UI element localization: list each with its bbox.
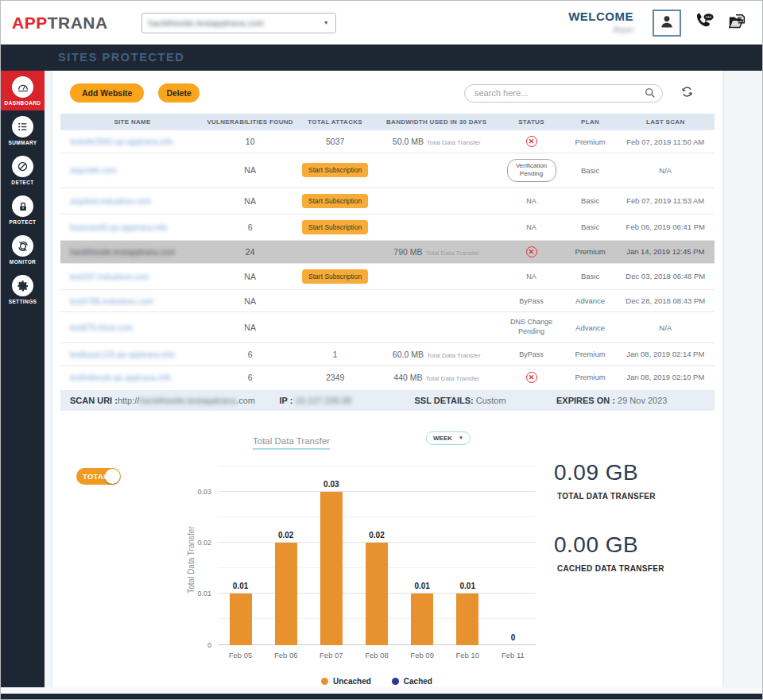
last-scan-value: Feb 07, 2019 11:50 AM [617, 130, 715, 153]
site-name-link[interactable]: anjuked.induslexo.com [70, 197, 151, 206]
plan-value: Basic [564, 153, 617, 188]
bandwidth-suffix: Total Data Transfer [427, 139, 481, 146]
period-select[interactable]: WEEK ▼ [426, 431, 471, 445]
legend-dot [321, 678, 328, 685]
plan-value: Premium [564, 130, 617, 153]
plan-value: Premium [564, 365, 617, 389]
profile-button[interactable] [653, 10, 681, 37]
uncached-bar[interactable] [275, 543, 297, 645]
start-subscription-button[interactable]: Start Subscription [302, 163, 368, 177]
y-axis-title: Total Data Transfer [178, 466, 191, 686]
x-tick-label: Feb 08 [354, 651, 399, 659]
legend-item-cached[interactable]: Cached [392, 677, 432, 686]
sidebar-item-detect[interactable]: DETECT [1, 150, 45, 190]
dashboard-icon [12, 76, 33, 98]
column-header: PLAN [564, 114, 617, 130]
y-tick-label: 0.01 [197, 590, 211, 598]
support-button[interactable] [694, 12, 715, 34]
chevron-down-icon: ▼ [459, 435, 463, 440]
column-header: VULNERABILITIES FOUND [204, 114, 296, 130]
y-tick-label: 0.02 [197, 539, 211, 547]
legend-item-uncached[interactable]: Uncached [321, 677, 371, 686]
toggle-knob [105, 469, 120, 484]
phone-chat-icon [694, 12, 715, 34]
uncached-bar[interactable] [456, 594, 478, 644]
bar-slot: 0 [490, 466, 536, 645]
sidebar-item-label: DASHBOARD [5, 100, 41, 106]
ssl-value: Custom [476, 396, 506, 405]
x-tick-label: Feb 11 [490, 651, 536, 659]
welcome-label: WELCOME [568, 10, 633, 25]
total-toggle[interactable]: TOTAL [76, 468, 121, 485]
site-name-link[interactable]: basicweb5.qa-apptrana.info [70, 223, 168, 232]
protect-lock-icon [12, 195, 33, 217]
blocked-status-icon: ✕ [526, 246, 537, 257]
sidebar-item-settings[interactable]: SETTINGS [1, 269, 45, 309]
table-row[interactable]: test875.triest.comNADNS Change PendingAd… [60, 312, 715, 342]
table-row[interactable]: testhiderule.qa-apptrana.info62349440 MB… [60, 365, 715, 389]
bar-value-label: 0.02 [278, 531, 293, 540]
logo-part-trana: TRANA [48, 14, 108, 32]
sidebar-item-dashboard[interactable]: DASHBOARD [1, 71, 45, 110]
bandwidth-suffix: Total Data Transfer [425, 249, 479, 257]
sidebar: DASHBOARDSUMMARYDETECTPROTECTMONITORSETT… [1, 71, 45, 687]
table-row[interactable]: basicweb5.qa-apptrana.info6Start Subscri… [60, 214, 715, 240]
site-name-link[interactable]: hackthissite.testapptrana.com [70, 248, 175, 257]
ssl-label: SSL DETAILS: [415, 396, 474, 405]
table-row[interactable]: test297.induslexo.comNAStart Subscriptio… [60, 263, 715, 289]
last-scan-value: N/A [617, 312, 715, 342]
table-row[interactable]: anjuclek.comNAStart SubscriptionVerifica… [60, 153, 715, 188]
plan-value: Advance [564, 289, 617, 312]
start-subscription-button[interactable]: Start Subscription [302, 269, 368, 284]
vulnerabilities-count: NA [204, 312, 296, 342]
table-row[interactable]: hackthissite.testapptrana.com24790 MBTot… [60, 240, 715, 263]
chart-tab-total-data-transfer[interactable]: Total Data Transfer [253, 436, 330, 450]
site-name-link[interactable]: test297.induslexo.com [70, 273, 149, 281]
vulnerabilities-count: 10 [204, 130, 296, 153]
page-title-band: SITES PROTECTED [1, 44, 762, 71]
table-row[interactable]: testsite2942.qa-apptrana.info10503750.0 … [60, 130, 715, 153]
start-subscription-button[interactable]: Start Subscription [302, 220, 368, 234]
plan-value: Advance [564, 312, 617, 342]
site-name-link[interactable]: testhiderule.qa-apptrana.info [70, 373, 171, 382]
transfer-stats: 0.09 GBTOTAL DATA TRANSFER0.00 GBCACHED … [554, 460, 710, 605]
uncached-bar[interactable] [320, 492, 343, 645]
scan-info-bar: SCAN URI :http://hackthissite.testapptra… [60, 390, 715, 411]
site-name-link[interactable]: test875.triest.com [70, 323, 133, 332]
total-attacks-count: 2349 [296, 365, 374, 389]
site-name-link[interactable]: testsite2942.qa-apptrana.info [70, 137, 173, 146]
x-tick-label: Feb 06 [263, 651, 308, 659]
status-text: NA [526, 273, 536, 282]
monitor-icon [12, 235, 33, 257]
uncached-bar[interactable] [411, 594, 433, 644]
total-attacks-count: 1 [296, 342, 374, 365]
uncached-bar[interactable] [230, 594, 252, 644]
start-subscription-button[interactable]: Start Subscription [302, 194, 368, 208]
blocked-status-icon: ✕ [526, 136, 537, 147]
vulnerabilities-count: 6 [204, 214, 296, 240]
search-input[interactable] [464, 84, 663, 102]
uncached-bar[interactable] [366, 543, 388, 645]
table-row[interactable]: testbasic123.qa-apptrana.info6160.0 MBTo… [60, 342, 715, 365]
site-name-link[interactable]: testbasic123.qa-apptrana.info [70, 350, 175, 359]
table-row[interactable]: test3786.induslexo.comNAByPassAdvanceDec… [60, 289, 715, 312]
bar-value-label: 0.01 [414, 582, 429, 590]
site-selector-dropdown[interactable]: hackthissite.testapptrana.com ▼ [141, 13, 336, 33]
delete-button[interactable]: Delete [158, 83, 199, 102]
site-name-link[interactable]: test3786.induslexo.com [70, 297, 153, 306]
sidebar-item-protect[interactable]: PROTECT [1, 190, 45, 230]
search-box [464, 84, 663, 102]
legend-label: Uncached [333, 677, 371, 686]
site-selector-value: hackthissite.testapptrana.com [149, 18, 265, 28]
table-row[interactable]: anjuked.induslexo.comNAStart Subscriptio… [60, 188, 715, 214]
site-name-link[interactable]: anjuclek.com [70, 166, 116, 175]
total-attacks-count [296, 240, 374, 263]
refresh-icon[interactable] [680, 85, 694, 102]
sidebar-item-summary[interactable]: SUMMARY [1, 110, 45, 150]
sidebar-item-monitor[interactable]: MONITOR [1, 230, 45, 269]
main-content: Add Website Delete SITE NAMEVULNERABILIT… [45, 71, 762, 687]
search-icon[interactable] [645, 87, 656, 102]
reports-button[interactable] [727, 12, 748, 34]
scan-uri-host: hackthissite.testapptrana [139, 396, 236, 405]
add-website-button[interactable]: Add Website [70, 83, 144, 102]
